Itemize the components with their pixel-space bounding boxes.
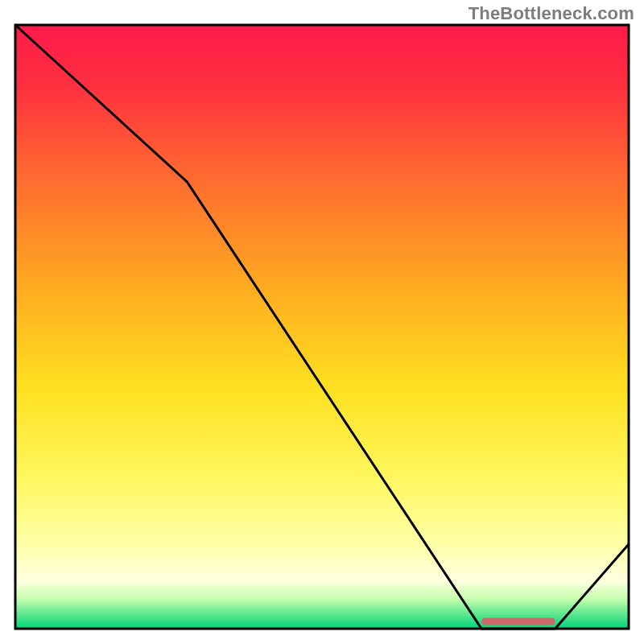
bottleneck-chart xyxy=(0,0,644,644)
watermark-text: TheBottleneck.com xyxy=(469,3,634,24)
chart-container: TheBottleneck.com xyxy=(0,0,644,644)
plot-background xyxy=(15,25,629,629)
optimum-band xyxy=(481,618,555,625)
